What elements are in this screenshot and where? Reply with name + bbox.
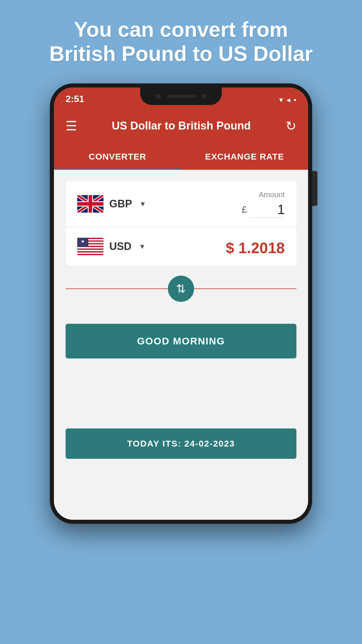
usd-flag: ★: [77, 238, 103, 255]
swap-icon: ⇅: [176, 282, 186, 295]
phone-screen: 2:51 ▾ ◂ ▪ ☰ US Dollar to British Pound …: [54, 88, 308, 520]
result-section: $ 1.2018: [226, 236, 285, 257]
content-area: GBP ▾ Amount £: [54, 170, 308, 520]
amount-input-row: £: [242, 202, 285, 218]
from-currency-row: GBP ▾ Amount £: [66, 181, 296, 226]
headline-line1: You can convert from: [49, 18, 313, 42]
from-currency-left: GBP ▾: [77, 195, 145, 213]
camera-dot-left: [156, 94, 161, 99]
to-currency-left: ★ USD ▾: [77, 238, 144, 255]
amount-section: Amount £: [242, 190, 285, 218]
svg-rect-8: [77, 202, 103, 206]
date-button[interactable]: TODAY ITS: 24-02-2023: [66, 428, 296, 459]
status-icons: ▾ ◂ ▪: [279, 95, 296, 106]
headline-line2: British Pound to US Dollar: [49, 42, 313, 66]
amount-label: Amount: [259, 190, 285, 199]
svg-rect-14: [77, 250, 103, 251]
gbp-flag: [77, 195, 103, 213]
app-title: US Dollar to British Pound: [112, 120, 251, 132]
amount-input[interactable]: [250, 202, 285, 218]
svg-rect-15: [77, 252, 103, 254]
app-bar: ☰ US Dollar to British Pound ↻: [54, 108, 308, 144]
divider-container: ⇅: [66, 274, 296, 303]
refresh-icon[interactable]: ↻: [286, 118, 296, 133]
svg-text:★: ★: [81, 239, 85, 244]
phone-notch: [140, 88, 222, 105]
to-currency-dropdown[interactable]: ▾: [140, 242, 144, 251]
status-time: 2:51: [66, 94, 84, 106]
phone-mockup: 2:51 ▾ ◂ ▪ ☰ US Dollar to British Pound …: [50, 83, 312, 524]
tab-exchange-rate[interactable]: EXCHANGE RATE: [181, 144, 308, 170]
tab-bar: CONVERTER EXCHANGE RATE: [54, 144, 308, 170]
side-button: [312, 171, 317, 206]
result-value: $ 1.2018: [226, 236, 285, 257]
divider-line-right: [181, 288, 296, 289]
wifi-icon: ▾: [279, 95, 283, 104]
to-currency-code: USD: [109, 240, 131, 253]
svg-rect-13: [77, 247, 103, 249]
greeting-button[interactable]: GOOD MORNING: [66, 324, 296, 358]
signal-icon: ◂: [287, 95, 290, 104]
divider-line-left: [66, 288, 181, 289]
to-currency-row: ★ USD ▾ $ 1.2018: [66, 228, 296, 265]
phone-shell: 2:51 ▾ ◂ ▪ ☰ US Dollar to British Pound …: [50, 83, 312, 524]
menu-icon[interactable]: ☰: [66, 118, 77, 133]
from-currency-code: GBP: [109, 198, 132, 210]
from-currency-dropdown[interactable]: ▾: [141, 199, 145, 209]
headline: You can convert from British Pound to US…: [26, 0, 336, 78]
camera-dot-right: [201, 94, 206, 99]
tab-converter[interactable]: CONVERTER: [54, 144, 181, 170]
swap-button[interactable]: ⇅: [168, 276, 194, 302]
speaker-bar: [166, 95, 196, 98]
from-currency-symbol: £: [242, 204, 247, 215]
battery-icon: ▪: [294, 95, 296, 104]
